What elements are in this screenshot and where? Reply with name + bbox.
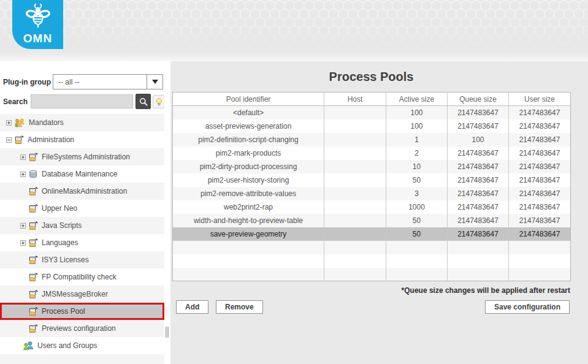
- table-row[interactable]: <default> 100 2147483647 2147483647: [173, 106, 571, 119]
- expand-plus-icon[interactable]: [20, 154, 26, 160]
- mask-doc-icon: [28, 152, 38, 162]
- column-header-user-size: User size: [509, 93, 571, 106]
- table-row-empty: [173, 241, 571, 254]
- sidebar-item-previews-configuration[interactable]: Previews configuration: [0, 320, 164, 337]
- sidebar-item-filesystems-administration[interactable]: FileSystems Administration: [0, 148, 164, 165]
- splitter-grip-icon[interactable]: [166, 327, 169, 338]
- search-input[interactable]: [31, 94, 133, 108]
- table-row[interactable]: web2print2-rap 1000 2147483647 214748364…: [173, 200, 571, 214]
- users-groups-icon: [23, 341, 34, 351]
- search-label: Search: [3, 97, 28, 106]
- mask-doc-icon: [28, 238, 38, 248]
- sidebar-item-languages[interactable]: Languages: [0, 234, 164, 251]
- chevron-down-icon: [152, 80, 158, 84]
- sidebar-item-administration[interactable]: Administration: [0, 131, 164, 148]
- navigation-tree: Mandators Administration FileSystems Adm…: [0, 114, 164, 364]
- table-row-selected[interactable]: save-preview-geometry 50 2147483647 2147…: [173, 227, 571, 241]
- mask-doc-icon: [28, 186, 38, 196]
- search-icon: [139, 97, 148, 107]
- plugin-group-dropdown[interactable]: -- all --: [53, 74, 163, 89]
- database-icon: [28, 169, 38, 179]
- sidebar: Plug-in group -- all -- Search Mandators: [0, 61, 164, 364]
- sidebar-item-database-maintenance[interactable]: Database Maintenance: [0, 165, 164, 183]
- app-window: OMN Plug-in group -- all -- Search Manda…: [0, 0, 588, 364]
- main-panel: Process Pools Pool identifier Host Activ…: [170, 61, 588, 364]
- save-configuration-button[interactable]: Save configuration: [485, 300, 570, 314]
- expand-plus-icon[interactable]: [6, 120, 12, 126]
- bee-icon: [22, 3, 54, 31]
- sidebar-item-java-scripts[interactable]: Java Scripts: [0, 217, 164, 234]
- restart-note: *Queue size changes will be applied afte…: [172, 286, 570, 295]
- sidebar-item-fp-compatibility-check[interactable]: FP Compatibility check: [0, 268, 164, 286]
- table-row[interactable]: pim2-user-history-storing 50 2147483647 …: [173, 173, 571, 187]
- honeycomb-pattern: [0, 0, 588, 61]
- sidebar-item-process-pool[interactable]: Process Pool: [0, 303, 164, 320]
- mandators-icon: [14, 118, 25, 127]
- sidebar-item-onlinemaskadministration[interactable]: OnlineMaskAdministration: [0, 183, 164, 200]
- mask-doc-icon: [28, 306, 38, 316]
- mask-doc-icon: [28, 221, 38, 230]
- expand-plus-icon[interactable]: [20, 172, 26, 177]
- sidebar-item-users-and-groups[interactable]: Users and Groups: [0, 337, 164, 354]
- mask-doc-icon: [28, 289, 38, 299]
- table-row[interactable]: width-and-height-to-preview-table 50 214…: [173, 214, 571, 227]
- mask-doc-icon: [28, 255, 38, 265]
- column-header-queue-size: Queue size: [448, 93, 509, 106]
- sidebar-item-upper-neo[interactable]: Upper Neo: [0, 200, 164, 217]
- mask-doc-icon: [28, 272, 38, 282]
- tree-filler: [0, 354, 164, 364]
- omn-logo[interactable]: OMN: [12, 0, 63, 49]
- process-pools-table: Pool identifier Host Active size Queue s…: [172, 92, 571, 281]
- mask-doc-icon: [28, 203, 38, 213]
- mask-doc-icon: [14, 135, 24, 145]
- add-button[interactable]: Add: [176, 300, 208, 314]
- table-row[interactable]: asset-previews-generation 100 2147483647…: [173, 119, 571, 133]
- logo-text: OMN: [23, 32, 52, 45]
- sidebar-item-jmsmessagebroker[interactable]: JMSMessageBroker: [0, 286, 164, 303]
- plugin-group-value: -- all --: [53, 78, 147, 86]
- hints-button[interactable]: [153, 95, 166, 108]
- table-row[interactable]: pim2-remove-attribute-values 3 214748364…: [173, 187, 571, 200]
- table-row-empty: [173, 268, 571, 281]
- expand-plus-icon[interactable]: [20, 240, 26, 246]
- table-row-empty: [173, 254, 571, 268]
- top-banner: OMN: [0, 0, 588, 61]
- dropdown-arrow-button[interactable]: [147, 75, 162, 89]
- plugin-group-label: Plug-in group: [3, 78, 51, 86]
- expand-plus-icon[interactable]: [20, 223, 26, 229]
- column-header-pool-identifier: Pool identifier: [173, 93, 324, 106]
- table-row[interactable]: pim2-dirty-product-processing 10 2147483…: [173, 160, 571, 173]
- search-button[interactable]: [136, 94, 151, 109]
- column-header-host: Host: [324, 93, 386, 106]
- sidebar-item-isy3-licenses[interactable]: ISY3 Licenses: [0, 251, 164, 268]
- panel-splitter[interactable]: [164, 61, 170, 364]
- sidebar-item-mandators[interactable]: Mandators: [0, 114, 164, 131]
- mask-doc-icon: [28, 324, 38, 333]
- remove-button[interactable]: Remove: [216, 300, 263, 314]
- table-row[interactable]: pim2-mark-products 2 2147483647 21474836…: [173, 146, 571, 160]
- table-row[interactable]: pim2-definition-script-changing 1 100 21…: [173, 133, 571, 146]
- page-title: Process Pools: [172, 70, 570, 84]
- column-header-active-size: Active size: [386, 93, 448, 106]
- collapse-minus-icon[interactable]: [6, 137, 12, 143]
- table-header-row: Pool identifier Host Active size Queue s…: [173, 93, 571, 106]
- lightbulb-icon: [155, 97, 164, 107]
